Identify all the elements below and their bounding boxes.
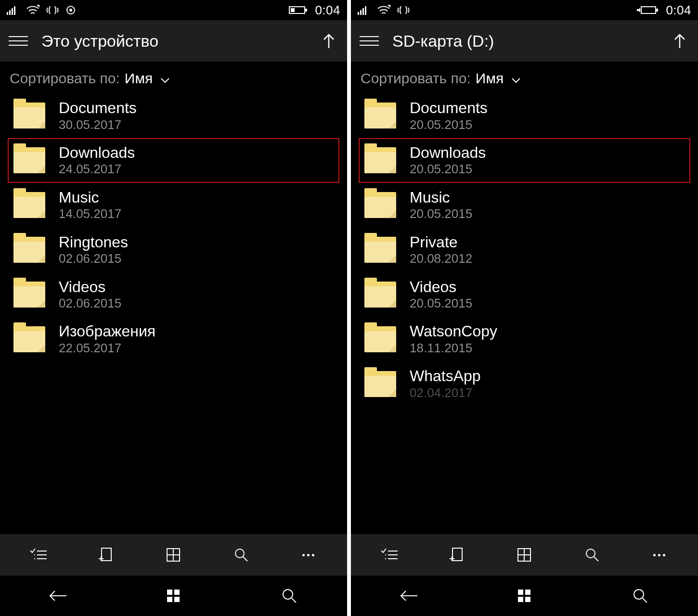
folder-icon — [364, 282, 396, 308]
more-button[interactable] — [287, 540, 330, 569]
folder-icon — [364, 237, 396, 263]
svg-rect-57 — [518, 597, 523, 602]
folder-date: 20.05.2015 — [410, 297, 472, 310]
folder-item[interactable]: Music14.05.2017 — [8, 183, 339, 228]
folder-item[interactable]: WatsonCopy18.11.2015 — [359, 317, 690, 361]
up-button[interactable] — [319, 31, 338, 51]
up-button[interactable] — [670, 31, 689, 51]
sort-selector[interactable]: Сортировать по: Имя — [351, 62, 698, 93]
svg-rect-36 — [641, 7, 656, 13]
folder-date: 30.05.2017 — [59, 118, 137, 131]
folder-name: Private — [410, 234, 472, 251]
svg-rect-9 — [291, 8, 295, 12]
folder-item[interactable]: Documents30.05.2017 — [8, 93, 339, 138]
select-button[interactable] — [368, 540, 411, 569]
signal-icon — [7, 5, 19, 15]
folder-item[interactable]: Videos02.06.2015 — [8, 272, 339, 317]
folder-icon — [364, 147, 396, 173]
svg-point-22 — [235, 549, 244, 558]
app-bar — [351, 534, 698, 576]
svg-rect-34 — [365, 6, 366, 15]
home-button[interactable] — [144, 581, 202, 610]
svg-rect-31 — [358, 12, 359, 15]
svg-point-52 — [586, 549, 595, 558]
folder-name: Ringtones — [59, 234, 128, 251]
folder-name: Videos — [410, 279, 472, 295]
folder-name: Music — [59, 190, 121, 206]
folder-date: 14.05.2017 — [59, 207, 121, 220]
select-button[interactable] — [17, 540, 60, 569]
folder-item[interactable]: WhatsApp02.04.2017 — [359, 361, 690, 406]
svg-rect-25 — [167, 590, 172, 595]
folder-date: 02.04.2017 — [410, 386, 481, 399]
svg-line-60 — [643, 598, 647, 603]
svg-point-6 — [69, 9, 72, 12]
svg-rect-55 — [518, 590, 523, 595]
svg-line-30 — [292, 598, 296, 603]
folder-item[interactable]: Documents20.05.2015 — [359, 93, 690, 138]
folder-item[interactable]: Music20.05.2015 — [359, 183, 690, 228]
svg-rect-37 — [656, 9, 658, 12]
search-nav-button[interactable] — [611, 581, 669, 610]
folder-item[interactable]: Downloads24.05.2017 — [8, 138, 339, 183]
folder-date: 22.05.2017 — [59, 342, 155, 355]
folder-list: Documents30.05.2017Downloads24.05.2017Mu… — [0, 93, 347, 534]
search-nav-button[interactable] — [260, 581, 318, 610]
folder-icon — [364, 103, 396, 128]
folder-name: Documents — [59, 100, 137, 116]
clock: 0:04 — [315, 3, 340, 18]
svg-rect-26 — [174, 590, 180, 595]
device-screenshot-right: 0:04 SD-карта (D:) Сортировать по: Имя D… — [351, 0, 698, 616]
folder-item[interactable]: Videos20.05.2015 — [359, 272, 690, 317]
folder-icon — [364, 192, 396, 218]
svg-rect-2 — [12, 8, 13, 15]
device-screenshot-left: 0:04 Это устройство Сортировать по: Имя … — [0, 0, 347, 616]
svg-rect-3 — [14, 6, 15, 15]
folder-date: 18.11.2015 — [410, 342, 497, 355]
status-bar: 0:04 — [351, 0, 698, 20]
search-button[interactable] — [570, 540, 614, 569]
home-button[interactable] — [495, 581, 553, 610]
folder-date: 20.05.2015 — [410, 207, 472, 220]
folder-icon — [13, 103, 45, 128]
folder-date: 24.05.2017 — [59, 163, 135, 176]
svg-rect-1 — [9, 10, 11, 15]
signal-icon — [358, 5, 370, 15]
view-button[interactable] — [503, 540, 546, 569]
folder-name: Downloads — [410, 145, 486, 161]
folder-item[interactable]: Изображения22.05.2017 — [8, 317, 339, 361]
new-folder-button[interactable] — [84, 540, 128, 569]
page-title: Это устройство — [41, 32, 319, 51]
svg-rect-28 — [174, 597, 180, 602]
folder-item[interactable]: Private20.08.2012 — [359, 228, 690, 272]
folder-item[interactable]: Ringtones02.06.2015 — [8, 228, 339, 272]
sort-label: Сортировать по: — [361, 70, 471, 87]
chevron-down-icon — [160, 70, 170, 87]
folder-name: Изображения — [59, 323, 155, 340]
folder-name: Documents — [410, 100, 488, 116]
more-button[interactable] — [638, 540, 681, 569]
svg-point-29 — [283, 590, 293, 599]
folder-icon — [13, 237, 45, 263]
svg-rect-32 — [360, 10, 362, 15]
app-header: SD-карта (D:) — [351, 20, 698, 62]
folder-name: Downloads — [59, 145, 135, 161]
back-button[interactable] — [380, 581, 438, 610]
folder-date: 02.06.2015 — [59, 252, 128, 265]
menu-button[interactable] — [360, 31, 379, 51]
folder-name: WhatsApp — [410, 368, 481, 385]
view-button[interactable] — [152, 540, 195, 569]
svg-rect-0 — [7, 12, 8, 15]
folder-date: 20.08.2012 — [410, 252, 472, 265]
search-button[interactable] — [220, 540, 263, 569]
back-button[interactable] — [29, 581, 87, 610]
new-folder-button[interactable] — [435, 540, 478, 569]
folder-item[interactable]: Downloads20.05.2015 — [359, 138, 690, 183]
sort-selector[interactable]: Сортировать по: Имя — [0, 62, 347, 93]
menu-button[interactable] — [9, 31, 28, 51]
wifi-icon — [26, 5, 39, 15]
folder-icon — [364, 371, 396, 397]
svg-rect-56 — [525, 590, 530, 595]
svg-line-23 — [243, 557, 247, 561]
folder-date: 02.06.2015 — [59, 297, 121, 310]
